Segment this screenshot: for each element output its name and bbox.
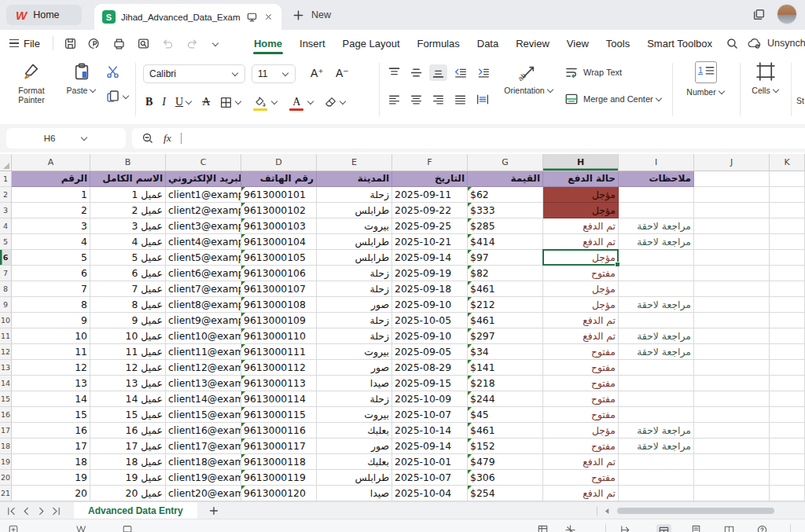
row-header-8[interactable]: 8 [0,281,12,297]
cell-F5[interactable]: 2025-10-21 [392,234,468,250]
row-header-2[interactable]: 2 [0,187,12,203]
cell-I8[interactable] [619,281,694,297]
cell-D21[interactable]: 9613000120 [241,486,317,501]
cell-D1[interactable]: رقم الهاتف [241,171,317,187]
cell-B14[interactable]: عميل 13 [90,376,166,391]
cut-button[interactable] [105,64,130,79]
cell-K5[interactable] [770,234,805,250]
cell-J16[interactable] [694,407,770,423]
column-header-I[interactable]: I [619,154,694,171]
new-tab-button[interactable]: New [292,5,331,25]
cell-D9[interactable]: 9613000108 [241,297,317,313]
cell-G14[interactable]: $218 [468,376,543,391]
cell-H3[interactable]: مؤجل [543,203,619,218]
cells-button[interactable]: Cells [744,61,788,95]
cell-D5[interactable]: 9613000104 [241,234,317,250]
cell-K4[interactable] [770,218,805,234]
cell-A12[interactable]: 11 [12,344,90,360]
cell-A7[interactable]: 6 [12,266,90,281]
cell-F21[interactable]: 2025-10-04 [392,486,468,501]
column-header-G[interactable]: G [468,154,543,171]
more-commands-icon[interactable] [204,33,225,53]
cell-G10[interactable]: $461 [468,313,543,328]
align-left-button[interactable] [385,91,403,108]
cell-J21[interactable] [694,486,770,501]
bold-button[interactable]: B [143,94,155,111]
macro-icon[interactable] [75,524,88,532]
print-preview-button[interactable] [131,34,156,53]
align-top-button[interactable] [385,64,403,81]
previous-sheet-icon[interactable] [20,504,33,518]
cell-A20[interactable]: 19 [12,470,90,486]
cell-G15[interactable]: $244 [468,391,543,407]
cell-J3[interactable] [694,203,770,218]
increase-indent-button[interactable] [474,64,493,81]
cell-J19[interactable] [694,454,770,470]
cell-B12[interactable]: عميل 11 [90,344,166,360]
cell-H9[interactable]: مؤجل [543,297,619,313]
cell-F2[interactable]: 2025-09-11 [392,187,468,203]
cell-I12[interactable]: مراجعة لاحقة [619,344,694,360]
cell-H17[interactable]: مؤجل [543,423,619,438]
cell-K20[interactable] [770,470,805,486]
cell-A9[interactable]: 8 [12,297,90,313]
menu-formulas[interactable]: Formulas [409,30,469,57]
menu-insert[interactable]: Insert [291,30,334,57]
cell-K3[interactable] [770,203,805,218]
cell-J13[interactable] [694,360,770,376]
cell-H10[interactable]: تم الدفع [543,313,619,328]
cell-D2[interactable]: 9613000101 [241,187,317,203]
last-sheet-icon[interactable] [50,504,63,518]
cell-B21[interactable]: عميل 20 [90,486,166,501]
cell-A13[interactable]: 12 [12,360,90,376]
row-header-21[interactable]: 21 [0,486,12,501]
cell-D20[interactable]: 9613000119 [241,470,317,486]
column-header-B[interactable]: B [90,154,166,171]
menu-home[interactable]: Home [245,30,291,57]
cell-A18[interactable]: 17 [12,438,90,454]
row-header-7[interactable]: 7 [0,266,12,281]
copy-button[interactable] [105,89,130,104]
cell-E13[interactable]: صور [317,360,392,376]
cell-G18[interactable]: $152 [468,438,543,454]
cell-E20[interactable]: طرابلس [317,470,392,486]
cell-B17[interactable]: عميل 16 [90,423,166,438]
cell-J8[interactable] [694,281,770,297]
cell-G19[interactable]: $479 [468,454,543,470]
cell-F19[interactable]: 2025-10-01 [392,454,468,470]
orientation-button[interactable]: ab Orientation [502,61,557,95]
document-tab[interactable]: S Jihad_Advanced_Data_Exampl [94,4,281,30]
font-name-select[interactable]: Calibri [143,64,245,83]
cell-J4[interactable] [694,218,770,234]
cell-D17[interactable]: 9613000116 [241,423,317,438]
cell-H5[interactable]: تم الدفع [543,234,619,250]
cell-C18[interactable]: client17@exam [166,438,241,454]
cell-E5[interactable]: طرابلس [317,234,392,250]
decrease-indent-button[interactable] [451,64,470,81]
cell-H19[interactable]: تم الدفع [543,454,619,470]
styles-group-label[interactable]: St [796,96,805,105]
name-box[interactable]: H6 [6,128,126,149]
align-right-button[interactable] [429,91,447,108]
cell-B16[interactable]: عميل 15 [90,407,166,423]
cell-E7[interactable]: زحلة [317,266,392,281]
sheet-tab-active[interactable]: Advanced Data Entry [74,502,197,519]
cell-D18[interactable]: 9613000117 [241,438,317,454]
cell-F1[interactable]: التاريخ [392,171,468,187]
cell-A6[interactable]: 5 [12,250,90,266]
decrease-font-button[interactable]: A⁻ [333,64,351,82]
column-header-K[interactable]: K [770,154,805,171]
cell-E9[interactable]: صور [317,297,392,313]
undo-button[interactable] [156,34,180,53]
cell-K2[interactable] [770,187,805,203]
cell-I9[interactable]: مراجعة لاحقة [619,297,694,313]
justify-button[interactable] [451,91,469,108]
cell-C7[interactable]: client6@examp [166,266,241,281]
cell-B3[interactable]: عميل 2 [90,203,166,218]
cell-F7[interactable]: 2025-09-19 [392,266,468,281]
cell-F4[interactable]: 2025-09-25 [392,218,468,234]
row-header-10[interactable]: 10 [0,313,12,328]
fill-color-button[interactable] [249,91,281,113]
cell-F12[interactable]: 2025-09-05 [392,344,468,360]
cell-B15[interactable]: عميل 14 [90,391,166,407]
